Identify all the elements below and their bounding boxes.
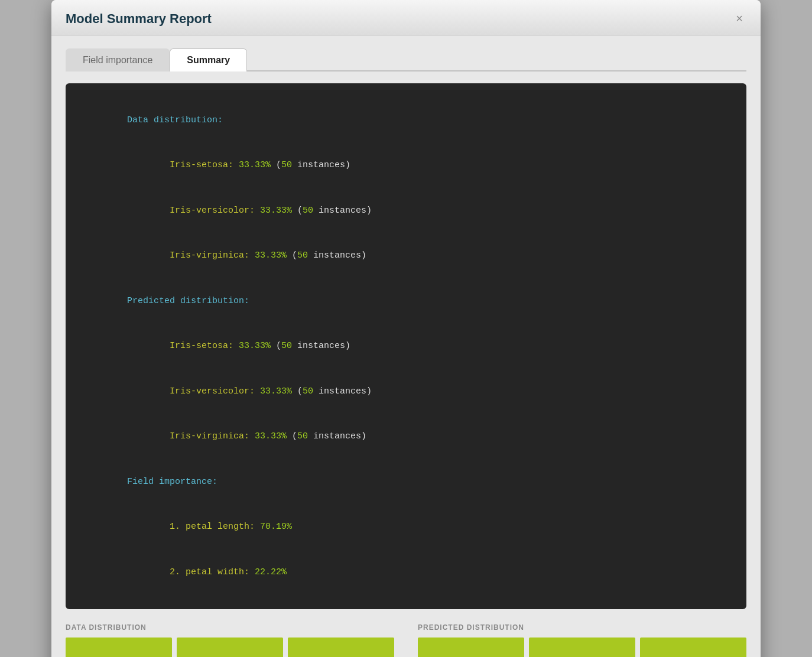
field-importance-row-2: 2. petal width: 22.22% — [85, 549, 727, 595]
modal-body: Field importance Summary Data distributi… — [51, 35, 761, 657]
pred-row-setosa: Iris-setosa: 33.33% (50 instances) — [85, 324, 727, 369]
predicted-distribution-bars — [418, 638, 746, 658]
data-distribution-bars — [66, 638, 394, 658]
pred-row-virginica: Iris-virginica: 33.33% (50 instances) — [85, 414, 727, 460]
pred-bar-1 — [418, 638, 524, 658]
field-importance-row-1: 1. petal length: 70.19% — [85, 505, 727, 550]
modal-header: Model Summary Report × — [51, 0, 761, 35]
tab-field-importance[interactable]: Field importance — [66, 48, 170, 71]
tab-summary[interactable]: Summary — [170, 48, 247, 71]
data-bar-2 — [177, 638, 283, 658]
pred-bar-2 — [529, 638, 635, 658]
field-importance-header: Field importance: — [85, 459, 727, 505]
tabs-container: Field importance Summary — [66, 47, 746, 71]
predicted-distribution-header: Predicted distribution: — [85, 278, 727, 324]
data-row-setosa: Iris-setosa: 33.33% (50 instances) — [85, 143, 727, 188]
predicted-distribution-section: PREDICTED DISTRIBUTION — [418, 623, 746, 658]
summary-code-block: Data distribution: Iris-setosa: 33.33% (… — [66, 83, 746, 609]
close-x-button[interactable]: × — [732, 11, 746, 27]
modal-title: Model Summary Report — [66, 11, 212, 27]
data-row-virginica: Iris-virginica: 33.33% (50 instances) — [85, 233, 727, 279]
pred-bar-3 — [640, 638, 746, 658]
data-bar-3 — [288, 638, 394, 658]
data-distribution-section: DATA DISTRIBUTION — [66, 623, 394, 658]
data-row-versicolor: Iris-versicolor: 33.33% (50 instances) — [85, 188, 727, 233]
data-distribution-header: Data distribution: — [85, 97, 727, 143]
predicted-distribution-label: PREDICTED DISTRIBUTION — [418, 623, 746, 632]
pred-row-versicolor: Iris-versicolor: 33.33% (50 instances) — [85, 369, 727, 414]
modal-dialog: Model Summary Report × Field importance … — [51, 0, 761, 657]
data-distribution-label: DATA DISTRIBUTION — [66, 623, 394, 632]
distributions-container: DATA DISTRIBUTION PREDICTED DISTRIBUTION — [66, 623, 746, 658]
data-bar-1 — [66, 638, 172, 658]
